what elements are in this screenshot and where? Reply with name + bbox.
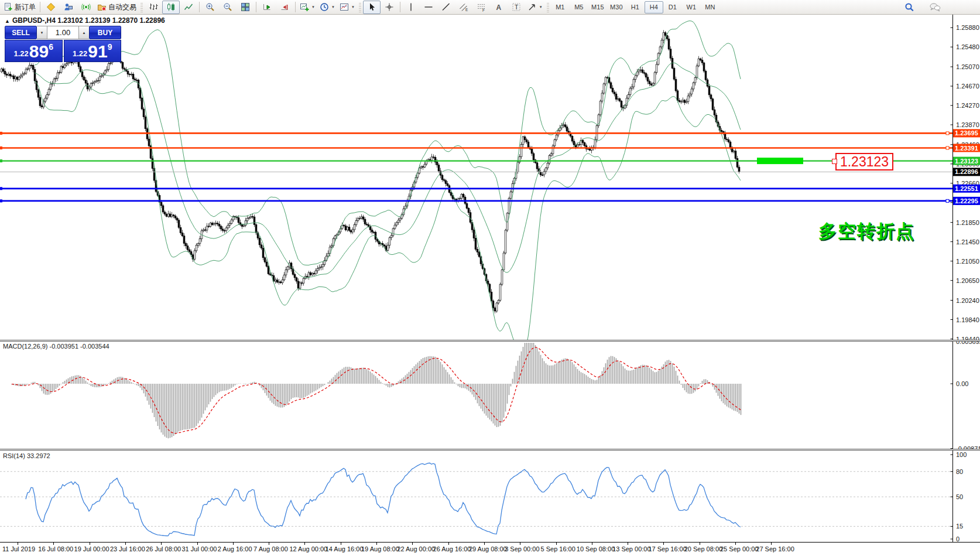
price-tick-label: 1.25480 [956, 43, 979, 50]
new-order-button[interactable]: 新订单 [1, 1, 38, 14]
line-anchor[interactable] [946, 146, 949, 149]
templates-button[interactable]: ▼ [337, 1, 357, 14]
main-chart-canvas[interactable]: 1.258801.254801.250701.246701.242701.238… [0, 15, 980, 340]
timeframe-m30[interactable]: M30 [607, 1, 626, 13]
price-tick-label: 1.20650 [956, 277, 979, 284]
timeframe-h1[interactable]: H1 [626, 1, 645, 13]
text-tool[interactable]: A [490, 1, 508, 14]
timeframe-mn[interactable]: MN [701, 1, 719, 13]
signals-button[interactable] [77, 1, 95, 14]
vertical-line-tool[interactable] [402, 1, 420, 14]
metaeditor-button[interactable] [42, 1, 60, 14]
time-tick [700, 543, 700, 545]
sell-price-display[interactable]: 1.22 89 6 [5, 40, 63, 62]
periods-button[interactable]: ▼ [317, 1, 337, 14]
line-anchor[interactable] [946, 199, 949, 202]
dropdown-arrow: ▼ [539, 5, 543, 9]
panel-divider-macd[interactable] [0, 340, 980, 342]
pivot-annotation[interactable]: 多空转折点 [818, 219, 915, 244]
horizontal-line-tool[interactable] [420, 1, 437, 14]
macd-panel-canvas[interactable]: 0.0056920.00-0.008717 [0, 342, 980, 449]
candlestick-chart-button[interactable] [162, 1, 180, 14]
cursor-tool-button[interactable] [363, 1, 381, 14]
line-left-marker[interactable] [0, 199, 2, 202]
volume-increase-button[interactable]: ▲ [79, 26, 89, 39]
zoom-in-button[interactable] [201, 1, 219, 14]
line-left-marker[interactable] [0, 159, 2, 162]
one-click-row-top: SELL ▼ ▲ BUY [5, 26, 121, 39]
time-tick [197, 543, 198, 545]
separator [199, 2, 200, 12]
bollinger-bands [35, 21, 741, 340]
line-anchor[interactable] [946, 132, 949, 135]
zoom-out-button[interactable] [219, 1, 237, 14]
text-label-tool[interactable]: T [508, 1, 525, 14]
svg-text:E: E [465, 8, 468, 12]
line-left-marker[interactable] [0, 132, 2, 135]
timeframe-m15[interactable]: M15 [588, 1, 607, 13]
text-icon: A [494, 2, 503, 12]
macd-name: MACD(12,26,9) [3, 343, 47, 350]
line-left-marker[interactable] [0, 146, 2, 149]
volume-decrease-button[interactable]: ▼ [37, 26, 47, 39]
buy-button[interactable]: BUY [89, 26, 121, 39]
crosshair-icon [385, 2, 394, 12]
line-chart-button[interactable] [180, 1, 197, 14]
price-badge-1.22295: 1.22295 [953, 197, 980, 205]
dropdown-arrow: ▼ [311, 5, 315, 9]
autotrading-button[interactable]: 自动交易 [95, 1, 139, 14]
sell-price-big: 89 [29, 43, 49, 60]
time-label: 13 Sep 00:00 [612, 545, 650, 552]
drag-handle[interactable] [359, 2, 361, 12]
search-button[interactable] [900, 1, 918, 14]
pivot-highlight-bar[interactable] [757, 158, 803, 164]
bar-chart-button[interactable] [145, 1, 162, 14]
price-tick-label: 1.24270 [956, 102, 979, 109]
candlestick-chart-icon [166, 2, 176, 12]
time-axis[interactable]: 11 Jul 201916 Jul 08:0019 Jul 00:0023 Ju… [0, 542, 980, 556]
time-tick [735, 543, 736, 545]
trendline-tool[interactable] [437, 1, 455, 14]
price-tick-label: 1.23870 [956, 121, 979, 128]
time-tick [556, 543, 557, 545]
timeframe-m1[interactable]: M1 [551, 1, 570, 13]
rsi-indicator-label: RSI(14) 33.2972 [3, 452, 50, 459]
sell-button[interactable]: SELL [5, 26, 37, 39]
drag-handle[interactable] [547, 2, 549, 12]
macd-axis: 0.0056920.00-0.008717 [951, 342, 980, 449]
svg-text:F: F [482, 8, 485, 12]
price-tag-box[interactable]: 1.23123 [835, 153, 893, 170]
price-tag-anchor[interactable] [832, 159, 837, 164]
chart-shift-button[interactable] [276, 1, 293, 14]
autoscroll-button[interactable] [258, 1, 276, 14]
community-chat-button[interactable] [926, 1, 944, 14]
time-tick [484, 543, 485, 545]
macd-signal-line [12, 347, 741, 434]
search-icon [904, 2, 914, 12]
tile-windows-button[interactable] [237, 1, 254, 14]
time-label: 14 Aug 16:00 [325, 545, 364, 552]
time-tick [663, 543, 664, 545]
line-left-marker[interactable] [0, 187, 2, 190]
price-tick-label: 1.19440 [956, 336, 979, 340]
timeframe-h4[interactable]: H4 [645, 1, 663, 13]
time-tick [771, 543, 772, 545]
arrows-tool[interactable]: ▼ [525, 1, 545, 14]
fibonacci-tool[interactable]: F [472, 1, 490, 14]
time-label: 23 Jul 16:00 [110, 545, 145, 552]
strategy-tester-button[interactable] [60, 1, 77, 14]
equidistant-channel-tool[interactable]: E [455, 1, 472, 14]
time-tick [412, 543, 413, 545]
time-label: 22 Aug 00:00 [397, 545, 435, 552]
buy-price-display[interactable]: 1.22 91 9 [64, 40, 122, 62]
panel-divider-rsi[interactable] [0, 449, 980, 451]
volume-input[interactable] [47, 26, 79, 39]
timeframe-d1[interactable]: D1 [663, 1, 682, 13]
rsi-panel-canvas[interactable]: 1008050150 [0, 451, 980, 542]
crosshair-tool-button[interactable] [381, 1, 398, 14]
drag-handle[interactable] [141, 2, 143, 12]
timeframe-m5[interactable]: M5 [570, 1, 588, 13]
indicators-button[interactable]: ▼ [297, 1, 317, 14]
timeframe-w1[interactable]: W1 [682, 1, 701, 13]
time-label: 19 Aug 08:00 [361, 545, 399, 552]
